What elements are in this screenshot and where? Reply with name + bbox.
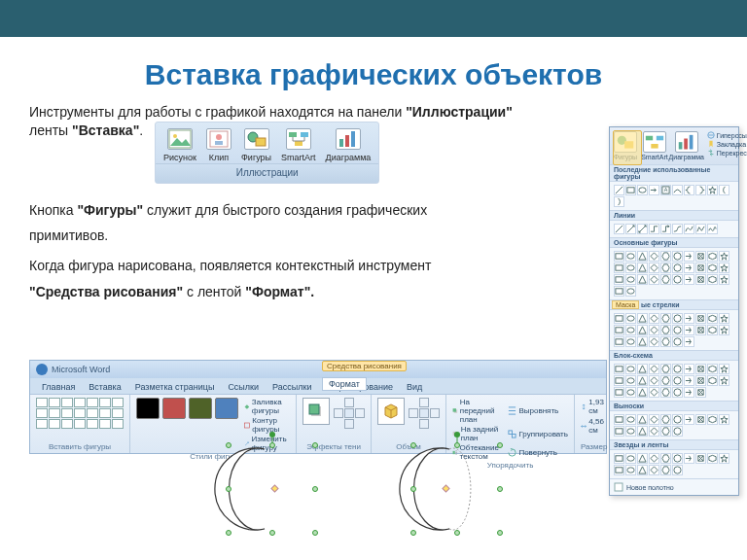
smartart-button[interactable]: SmartArt <box>279 126 318 163</box>
shape-freeform-icon[interactable] <box>695 224 706 234</box>
shape-item-icon[interactable] <box>625 251 636 262</box>
shape-item-icon[interactable] <box>672 453 683 464</box>
shape-item-icon[interactable] <box>614 465 624 475</box>
shape-item-icon[interactable] <box>625 453 636 464</box>
shape-elbow-icon[interactable] <box>649 224 659 234</box>
shape-item-icon[interactable] <box>719 325 729 335</box>
tab-references[interactable]: Ссылки <box>222 380 265 394</box>
shape-item-icon[interactable] <box>649 336 659 347</box>
shape-item-icon[interactable] <box>660 262 671 273</box>
shape-item-icon[interactable] <box>660 426 671 437</box>
shape-item-icon[interactable] <box>660 453 671 464</box>
shape-lbrace-icon[interactable] <box>684 185 694 195</box>
rotate-handle-icon[interactable] <box>454 432 460 438</box>
shape-item-icon[interactable] <box>707 414 718 425</box>
tab-layout[interactable]: Разметка страницы <box>129 380 221 394</box>
shape-item-icon[interactable] <box>625 325 636 335</box>
shape-item-icon[interactable] <box>719 262 729 273</box>
shape-item-icon[interactable] <box>614 274 624 285</box>
shape-item-icon[interactable] <box>707 274 718 285</box>
shape-item-icon[interactable] <box>614 313 624 324</box>
picture-button[interactable]: Рисунок <box>161 126 198 163</box>
shape-item-icon[interactable] <box>672 313 683 324</box>
shape-item-icon[interactable] <box>625 465 636 475</box>
shape-item-icon[interactable] <box>614 364 624 374</box>
shadow-nudge-buttons[interactable] <box>334 398 365 429</box>
shape-item-icon[interactable] <box>660 375 671 386</box>
bookmark-button[interactable]: Закладка <box>707 140 747 148</box>
shape-item-icon[interactable] <box>625 313 636 324</box>
shape-item-icon[interactable] <box>695 375 706 386</box>
shape-line-icon[interactable] <box>614 185 624 195</box>
shape-item-icon[interactable] <box>637 251 648 262</box>
shape-arrowline-icon[interactable] <box>625 224 636 234</box>
shape-item-icon[interactable] <box>684 414 694 425</box>
shape-item-icon[interactable] <box>625 426 636 437</box>
shape-item-icon[interactable] <box>684 336 694 347</box>
shape-item-icon[interactable] <box>707 325 718 335</box>
shape-item-icon[interactable] <box>684 325 694 335</box>
shape-item-icon[interactable] <box>637 325 648 335</box>
shape-item-icon[interactable] <box>695 274 706 285</box>
shape-curve-icon[interactable] <box>672 185 683 195</box>
shape-item-icon[interactable] <box>649 364 659 374</box>
shape-oval-icon[interactable] <box>637 185 648 195</box>
shape-item-icon[interactable] <box>695 262 706 273</box>
shape-item-icon[interactable] <box>719 251 729 262</box>
shape-item-icon[interactable] <box>660 364 671 374</box>
shape-item-icon[interactable] <box>614 453 624 464</box>
shape-item-icon[interactable] <box>660 274 671 285</box>
shape-item-icon[interactable] <box>707 251 718 262</box>
shape-item-icon[interactable] <box>649 375 659 386</box>
shape-item-icon[interactable] <box>614 286 624 297</box>
shape-item-icon[interactable] <box>637 465 648 475</box>
shape-item-icon[interactable] <box>719 274 729 285</box>
bring-front-button[interactable]: На передний план <box>452 398 502 424</box>
shape-scribble-icon[interactable] <box>707 224 718 234</box>
shape-item-icon[interactable] <box>684 313 694 324</box>
shape-item-icon[interactable] <box>660 313 671 324</box>
tab-insert[interactable]: Вставка <box>83 380 126 394</box>
shape-item-icon[interactable] <box>637 313 648 324</box>
3d-nudge-buttons[interactable] <box>409 398 440 429</box>
shape-item-icon[interactable] <box>614 414 624 425</box>
shape-item-icon[interactable] <box>637 453 648 464</box>
shape-item-icon[interactable] <box>649 453 659 464</box>
chart-button[interactable]: Диаграмма <box>672 131 701 160</box>
shape-item-icon[interactable] <box>707 375 718 386</box>
shape-item-icon[interactable] <box>637 274 648 285</box>
shape-item-icon[interactable] <box>707 364 718 374</box>
shape-item-icon[interactable] <box>684 453 694 464</box>
tab-home[interactable]: Главная <box>36 380 81 394</box>
new-canvas-button[interactable]: Новое полотно <box>610 478 738 495</box>
shape-item-icon[interactable] <box>637 375 648 386</box>
shape-item-icon[interactable] <box>695 414 706 425</box>
rotate-handle-icon[interactable] <box>269 432 275 438</box>
shape-fill-button[interactable]: Заливка фигуры <box>244 398 290 415</box>
shape-item-icon[interactable] <box>637 336 648 347</box>
shape-item-icon[interactable] <box>660 251 671 262</box>
shape-item-icon[interactable] <box>672 387 683 398</box>
adjust-handle-icon[interactable] <box>443 485 449 492</box>
shape-item-icon[interactable] <box>649 274 659 285</box>
shape-line-icon[interactable] <box>614 224 624 234</box>
shape-item-icon[interactable] <box>707 453 718 464</box>
shape-item-icon[interactable] <box>625 387 636 398</box>
shape-item-icon[interactable] <box>695 251 706 262</box>
shape-item-icon[interactable] <box>614 251 624 262</box>
chart-button[interactable]: Диаграмма <box>324 126 374 163</box>
shape-item-icon[interactable] <box>625 336 636 347</box>
shape-item-icon[interactable] <box>719 364 729 374</box>
shape-item-icon[interactable] <box>614 375 624 386</box>
shape-item-icon[interactable] <box>672 364 683 374</box>
shape-item-icon[interactable] <box>637 414 648 425</box>
shape-item-icon[interactable] <box>695 387 706 398</box>
shape-item-icon[interactable] <box>660 465 671 475</box>
shapes-button[interactable]: Фигуры <box>239 126 273 163</box>
shape-item-icon[interactable] <box>649 262 659 273</box>
shape-item-icon[interactable] <box>614 325 624 335</box>
shape-item-icon[interactable] <box>684 364 694 374</box>
shape-item-icon[interactable] <box>649 251 659 262</box>
shape-item-icon[interactable] <box>719 453 729 464</box>
shape-item-icon[interactable] <box>719 414 729 425</box>
